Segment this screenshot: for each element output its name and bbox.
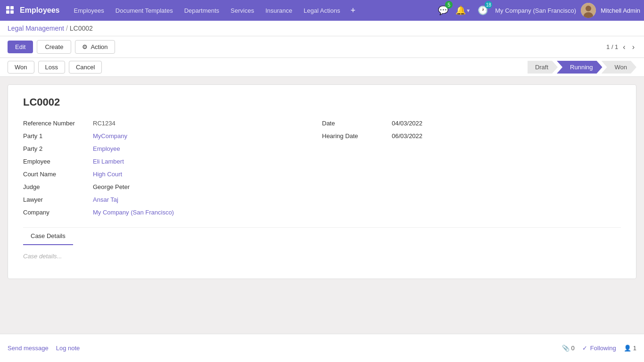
- lawyer-value[interactable]: Ansar Taj: [93, 196, 118, 203]
- activity-button[interactable]: 🕐 18: [475, 3, 490, 18]
- judge-row: Judge George Peter: [23, 183, 322, 190]
- nav-links: Employees Document Templates Departments…: [69, 4, 436, 17]
- judge-value: George Peter: [93, 183, 130, 190]
- nav-insurance[interactable]: Insurance: [261, 4, 297, 17]
- date-label: Date: [322, 120, 388, 127]
- user-name[interactable]: Mitchell Admin: [601, 7, 640, 14]
- breadcrumb-separator: /: [66, 25, 68, 32]
- send-message-button[interactable]: Send message: [8, 345, 49, 352]
- loss-button[interactable]: Loss: [38, 61, 65, 74]
- create-button[interactable]: Create: [37, 40, 71, 54]
- following-label: Following: [590, 345, 616, 352]
- bottom-right: 📎 0 ✓ Following 👤 1: [562, 345, 636, 352]
- nav-departments[interactable]: Departments: [180, 4, 224, 17]
- employee-label: Employee: [23, 158, 89, 165]
- app-brand: Employees: [20, 6, 59, 15]
- form-title: LC0002: [23, 96, 621, 108]
- employee-value[interactable]: Eli Lambert: [93, 158, 124, 165]
- lawyer-row: Lawyer Ansar Taj: [23, 196, 322, 203]
- topnav-right: 💬 5 🔔 ▼ 🕐 18 My Company (San Francisco) …: [436, 3, 640, 18]
- judge-label: Judge: [23, 183, 89, 190]
- followers-count: 👤 1: [624, 345, 636, 352]
- court-name-value[interactable]: High Court: [93, 171, 122, 178]
- lawyer-label: Lawyer: [23, 196, 89, 203]
- edit-button[interactable]: Edit: [8, 41, 33, 53]
- form-fields: Reference Number RC1234 Party 1 MyCompan…: [23, 120, 621, 216]
- date-row: Date 04/03/2022: [322, 120, 621, 127]
- party1-value[interactable]: MyCompany: [93, 132, 127, 140]
- form-right: Date 04/03/2022 Hearing Date 06/03/2022: [322, 120, 621, 216]
- party1-row: Party 1 MyCompany: [23, 132, 322, 140]
- company-row: Company My Company (San Francisco): [23, 209, 322, 216]
- svg-point-5: [586, 6, 591, 11]
- svg-rect-0: [6, 6, 9, 9]
- log-note-button[interactable]: Log note: [56, 345, 80, 352]
- main-content: LC0002 Reference Number RC1234 Party 1 M…: [0, 77, 644, 327]
- hearing-date-label: Hearing Date: [322, 132, 388, 140]
- paperclip-icon: 📎: [562, 345, 570, 352]
- followers-number: 1: [633, 345, 636, 352]
- breadcrumb-parent[interactable]: Legal Management: [8, 25, 64, 32]
- form-card: LC0002 Reference Number RC1234 Party 1 M…: [8, 84, 636, 279]
- tab-headers: Case Details: [23, 228, 621, 245]
- party2-value[interactable]: Employee: [93, 145, 120, 152]
- checkmark-icon: ✓: [582, 345, 587, 352]
- cancel-button[interactable]: Cancel: [69, 61, 102, 74]
- bottom-left: Send message Log note: [8, 345, 80, 352]
- pipeline-running[interactable]: Running: [557, 61, 602, 74]
- top-nav: Employees Employees Document Templates D…: [0, 0, 644, 21]
- company-value[interactable]: My Company (San Francisco): [93, 209, 174, 216]
- status-bar: Won Loss Cancel Draft Running Won: [0, 58, 644, 77]
- nav-employees[interactable]: Employees: [69, 4, 108, 17]
- grid-icon[interactable]: [4, 4, 17, 17]
- reference-number-value: RC1234: [93, 120, 116, 127]
- tab-case-details[interactable]: Case Details: [23, 228, 73, 245]
- party2-label: Party 2: [23, 145, 89, 152]
- employee-row: Employee Eli Lambert: [23, 158, 322, 165]
- tab-case-details-content: Case details...: [23, 245, 621, 267]
- person-icon: 👤: [624, 345, 631, 352]
- toolbar: Edit Create ⚙ Action 1 / 1 ‹ ›: [0, 36, 644, 58]
- bell-icon: 🔔: [455, 5, 466, 16]
- nav-plus[interactable]: +: [347, 4, 359, 17]
- bottom-bar: Send message Log note 📎 0 ✓ Following 👤 …: [0, 334, 644, 362]
- attachment-count: 📎 0: [562, 345, 575, 352]
- pipeline-won[interactable]: Won: [602, 61, 637, 74]
- tabs-section: Case Details Case details...: [23, 227, 621, 267]
- messages-badge: 5: [445, 1, 453, 8]
- messages-button[interactable]: 💬 5: [436, 3, 451, 18]
- pagination-label: 1 / 1: [606, 43, 618, 50]
- hearing-date-row: Hearing Date 06/03/2022: [322, 132, 621, 140]
- user-avatar[interactable]: [581, 3, 596, 18]
- breadcrumb-current: LC0002: [70, 25, 93, 32]
- following-button[interactable]: ✓ Following: [582, 345, 616, 352]
- form-left: Reference Number RC1234 Party 1 MyCompan…: [23, 120, 322, 216]
- activity-badge: 18: [485, 1, 492, 8]
- next-button[interactable]: ›: [630, 42, 636, 52]
- prev-button[interactable]: ‹: [621, 42, 627, 52]
- reference-number-row: Reference Number RC1234: [23, 120, 322, 127]
- svg-rect-2: [6, 10, 9, 14]
- svg-rect-1: [10, 6, 14, 9]
- nav-services[interactable]: Services: [226, 4, 259, 17]
- action-button[interactable]: ⚙ Action: [75, 40, 115, 54]
- party2-row: Party 2 Employee: [23, 145, 322, 152]
- court-name-row: Court Name High Court: [23, 171, 322, 178]
- won-button[interactable]: Won: [8, 61, 34, 74]
- nav-document-templates[interactable]: Document Templates: [111, 4, 178, 17]
- pagination: 1 / 1 ‹ ›: [606, 42, 636, 52]
- case-details-placeholder[interactable]: Case details...: [23, 253, 62, 260]
- company-switcher[interactable]: My Company (San Francisco): [495, 7, 576, 14]
- pipeline-draft[interactable]: Draft: [528, 61, 558, 74]
- notifications-button[interactable]: 🔔 ▼: [455, 3, 471, 18]
- nav-legal-actions[interactable]: Legal Actions: [299, 4, 345, 17]
- breadcrumb: Legal Management / LC0002: [0, 21, 644, 36]
- svg-rect-3: [10, 10, 14, 14]
- gear-icon: ⚙: [82, 43, 88, 50]
- party1-label: Party 1: [23, 132, 89, 140]
- status-pipeline: Draft Running Won: [528, 61, 636, 74]
- court-name-label: Court Name: [23, 171, 89, 178]
- attachment-number: 0: [571, 345, 575, 352]
- date-value: 04/03/2022: [392, 120, 422, 127]
- reference-number-label: Reference Number: [23, 120, 89, 127]
